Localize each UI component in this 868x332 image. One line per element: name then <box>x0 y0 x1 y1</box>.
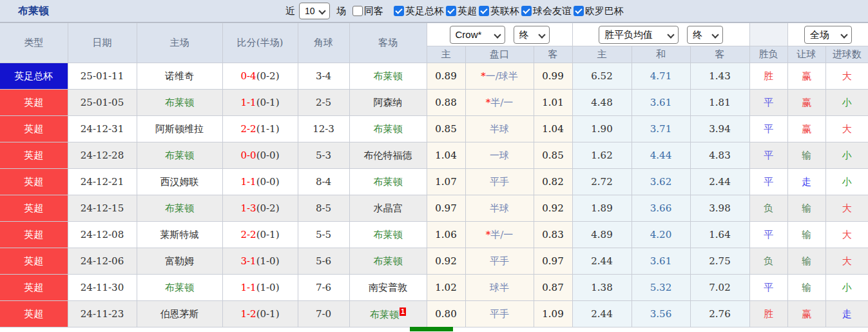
league-cell: 英超 <box>0 301 68 327</box>
halftime-score: (0-0) <box>256 150 280 161</box>
asian-home-odds-cell: 0.92 <box>427 248 465 275</box>
score-cell: 2-2(1-1) <box>222 116 298 142</box>
recent-label: 近 <box>285 5 295 17</box>
europa-league-checkbox[interactable] <box>574 6 584 16</box>
asian-home-odds-cell: 0.88 <box>427 90 465 116</box>
europe-home-odds-cell: 1.89 <box>572 195 632 222</box>
asian-line-cell: 平手 <box>465 248 534 275</box>
score-cell: 1-3(0-2) <box>222 195 298 222</box>
efl-cup-checkbox[interactable] <box>479 6 489 16</box>
outcome-result-cell: 平 <box>749 90 787 116</box>
league-cell: 英超 <box>0 248 68 275</box>
fulltime-score: 1-1 <box>240 176 256 188</box>
result-period-group: 全场 <box>787 23 868 46</box>
europe-away-odds-cell: 2.75 <box>690 248 749 275</box>
corner-cell: 5-6 <box>298 248 349 275</box>
asian-away-odds-cell: 0.85 <box>534 142 572 169</box>
fulltime-score: 2-2 <box>240 123 256 135</box>
fa-cup-checkbox[interactable] <box>394 6 404 16</box>
handicap-result-cell: 输 <box>787 142 825 169</box>
league-cell: 英超 <box>0 169 68 195</box>
away-team-name: 布莱顿 <box>374 229 403 240</box>
europe-home-odds-cell: 1.90 <box>572 116 632 142</box>
handicap-result-cell: 走 <box>787 169 825 195</box>
asian-home-odds-cell: 1.06 <box>427 222 465 248</box>
goals-result-cell: 小 <box>825 142 868 169</box>
premier-league-checkbox[interactable] <box>446 6 456 16</box>
away-team-cell: 布莱顿 <box>349 116 427 142</box>
period-select[interactable]: 全场 <box>804 26 852 44</box>
asian-line-cell: 球半 <box>465 275 534 301</box>
line-text: 球半 <box>490 282 509 293</box>
score-cell: 2-2(0-1) <box>222 222 298 248</box>
col-score: 比分(半场) <box>222 23 298 63</box>
goals-result-cell: 大 <box>825 222 868 248</box>
asian-away-odds-cell: 0.99 <box>534 63 572 90</box>
home-team-cell: 莱斯特城 <box>137 222 222 248</box>
bookmaker-select[interactable]: Crow* <box>450 26 505 44</box>
goals-result-cell: 大 <box>825 63 868 90</box>
away-team-name: 水晶宫 <box>374 202 403 214</box>
away-team-name: 布莱顿 <box>374 255 403 267</box>
away-team-name: 南安普敦 <box>369 282 407 293</box>
asian-away-odds-cell: 0.82 <box>534 169 572 195</box>
asian-home-odds-cell: 0.89 <box>427 63 465 90</box>
line-text: 平手 <box>490 176 509 188</box>
asian-time-select[interactable]: 终 <box>514 26 550 44</box>
asian-line-cell: 半球 <box>465 116 534 142</box>
goals-result-cell: 大 <box>825 116 868 142</box>
europe-home-odds-cell: 2.44 <box>572 248 632 275</box>
table-row: 英超 24-12-06 富勒姆 3-1(1-0) 5-6 布莱顿 0.92 平手… <box>0 248 868 275</box>
europe-time-select-wrap: 终 <box>687 26 723 44</box>
competition-filter-europa-league: 欧罗巴杯 <box>574 5 624 17</box>
handicap-result-cell: 赢 <box>787 116 825 142</box>
outcome-result-cell: 负 <box>749 195 787 222</box>
topbar: 布莱顿 近 10 场 同客 英足总杯 英超 英联杯 <box>0 0 868 23</box>
europe-odds-select[interactable]: 胜平负均值 <box>599 26 679 44</box>
asian-home-odds-cell: 1.07 <box>427 169 465 195</box>
home-team-cell: 伯恩茅斯 <box>137 301 222 327</box>
europa-league-label: 欧罗巴杯 <box>585 5 624 17</box>
europe-odds-group: 胜平负均值 终 <box>572 23 749 46</box>
halftime-score: (1-1) <box>256 123 280 135</box>
fulltime-score: 1-1 <box>240 97 256 108</box>
score-cell: 3-1(1-0) <box>222 248 298 275</box>
asian-away-odds-cell: 0.97 <box>534 248 572 275</box>
line-star: * <box>481 70 486 82</box>
europe-away-odds-cell: 4.83 <box>690 142 749 169</box>
score-cell: 1-1(1-0) <box>222 275 298 301</box>
line-text: 半球 <box>490 202 509 214</box>
asian-away-odds-cell: 1.04 <box>534 116 572 142</box>
league-cell: 英超 <box>0 90 68 116</box>
handicap-result-cell: 赢 <box>787 301 825 327</box>
goals-result-cell: 大 <box>825 195 868 222</box>
corner-cell: 5-5 <box>298 222 349 248</box>
home-team-cell: 布莱顿 <box>137 275 222 301</box>
europe-time-select[interactable]: 终 <box>687 26 723 44</box>
score-cell: 1-1(0-1) <box>222 90 298 116</box>
europe-draw-odds-cell: 3.71 <box>632 116 690 142</box>
horizontal-scrollbar-thumb[interactable] <box>410 327 453 331</box>
line-text: 一球 <box>490 150 509 161</box>
europe-home-odds-cell: 4.48 <box>572 90 632 116</box>
handicap-result-cell: 赢 <box>787 90 825 116</box>
europe-draw-odds-cell: 4.71 <box>632 63 690 90</box>
goals-result-cell: 小 <box>825 169 868 195</box>
recent-games-select[interactable]: 10 <box>299 3 330 19</box>
date-cell: 25-01-11 <box>68 63 137 90</box>
home-team-cell: 布莱顿 <box>137 142 222 169</box>
date-cell: 24-12-28 <box>68 142 137 169</box>
asian-home-odds-cell: 0.80 <box>427 301 465 327</box>
same-venue-checkbox[interactable] <box>352 6 363 16</box>
col-outcome: 胜负 <box>749 46 787 63</box>
away-team-cell: 布莱顿 <box>349 248 427 275</box>
competition-filter-club-friendly: 球会友谊 <box>521 5 572 17</box>
away-team-name: 布莱顿 <box>374 70 403 82</box>
line-text: 一/球半 <box>486 70 518 82</box>
away-team-cell: 水晶宫 <box>349 195 427 222</box>
table-row: 英超 24-11-23 伯恩茅斯 1-2(0-1) 7-0 布莱顿1 0.80 … <box>0 301 868 327</box>
same-venue-label: 同客 <box>364 5 383 17</box>
club-friendly-checkbox[interactable] <box>521 6 532 16</box>
away-team-badge: 1 <box>400 308 406 316</box>
premier-league-label: 英超 <box>458 5 477 17</box>
